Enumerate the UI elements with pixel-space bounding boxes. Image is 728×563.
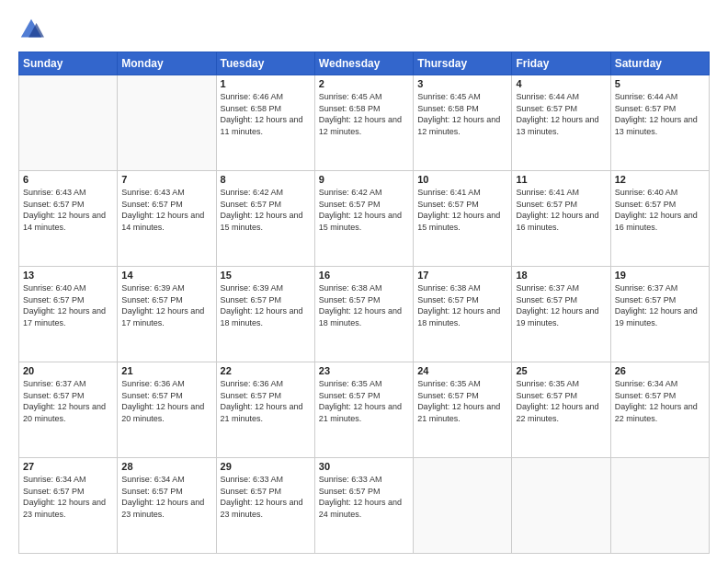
week-row-1: 1Sunrise: 6:46 AM Sunset: 6:58 PM Daylig… xyxy=(19,75,710,171)
day-number: 18 xyxy=(516,270,606,281)
day-number: 1 xyxy=(221,78,311,89)
day-number: 11 xyxy=(516,174,606,185)
day-header-sunday: Sunday xyxy=(19,52,118,75)
day-number: 23 xyxy=(319,365,409,376)
day-cell: 22Sunrise: 6:36 AM Sunset: 6:57 PM Dayli… xyxy=(216,362,314,458)
day-cell: 8Sunrise: 6:42 AM Sunset: 6:57 PM Daylig… xyxy=(216,171,314,267)
day-number: 21 xyxy=(121,365,211,376)
day-cell: 28Sunrise: 6:34 AM Sunset: 6:57 PM Dayli… xyxy=(118,458,216,554)
day-cell: 24Sunrise: 6:35 AM Sunset: 6:57 PM Dayli… xyxy=(414,362,512,458)
day-cell xyxy=(512,458,610,554)
day-number: 6 xyxy=(23,174,113,185)
day-info: Sunrise: 6:35 AM Sunset: 6:57 PM Dayligh… xyxy=(417,378,507,424)
day-number: 14 xyxy=(121,270,211,281)
day-cell: 18Sunrise: 6:37 AM Sunset: 6:57 PM Dayli… xyxy=(512,267,610,362)
day-info: Sunrise: 6:38 AM Sunset: 6:57 PM Dayligh… xyxy=(417,282,507,328)
logo xyxy=(18,17,48,42)
day-number: 28 xyxy=(121,461,211,472)
day-number: 5 xyxy=(615,78,705,89)
day-number: 9 xyxy=(319,174,409,185)
day-number: 29 xyxy=(221,461,311,472)
day-number: 13 xyxy=(23,270,113,281)
calendar-header-row: SundayMondayTuesdayWednesdayThursdayFrid… xyxy=(19,52,710,75)
day-header-thursday: Thursday xyxy=(414,52,512,75)
day-cell: 10Sunrise: 6:41 AM Sunset: 6:57 PM Dayli… xyxy=(414,171,512,267)
day-number: 30 xyxy=(319,461,409,472)
week-row-5: 27Sunrise: 6:34 AM Sunset: 6:57 PM Dayli… xyxy=(19,458,710,554)
day-cell: 16Sunrise: 6:38 AM Sunset: 6:57 PM Dayli… xyxy=(314,267,413,362)
day-cell: 17Sunrise: 6:38 AM Sunset: 6:57 PM Dayli… xyxy=(414,267,512,362)
logo-icon xyxy=(18,17,44,42)
day-info: Sunrise: 6:44 AM Sunset: 6:57 PM Dayligh… xyxy=(516,91,606,137)
day-info: Sunrise: 6:36 AM Sunset: 6:57 PM Dayligh… xyxy=(221,378,311,424)
day-header-tuesday: Tuesday xyxy=(216,52,314,75)
day-info: Sunrise: 6:46 AM Sunset: 6:58 PM Dayligh… xyxy=(221,91,311,137)
day-cell: 5Sunrise: 6:44 AM Sunset: 6:57 PM Daylig… xyxy=(610,75,709,171)
day-number: 16 xyxy=(319,270,409,281)
day-info: Sunrise: 6:45 AM Sunset: 6:58 PM Dayligh… xyxy=(417,91,507,137)
day-info: Sunrise: 6:33 AM Sunset: 6:57 PM Dayligh… xyxy=(319,474,409,520)
calendar-table: SundayMondayTuesdayWednesdayThursdayFrid… xyxy=(18,52,710,554)
day-cell: 20Sunrise: 6:37 AM Sunset: 6:57 PM Dayli… xyxy=(19,362,118,458)
day-info: Sunrise: 6:45 AM Sunset: 6:58 PM Dayligh… xyxy=(319,91,409,137)
day-header-wednesday: Wednesday xyxy=(314,52,413,75)
day-number: 22 xyxy=(221,365,311,376)
day-cell: 14Sunrise: 6:39 AM Sunset: 6:57 PM Dayli… xyxy=(118,267,216,362)
day-cell: 23Sunrise: 6:35 AM Sunset: 6:57 PM Dayli… xyxy=(314,362,413,458)
day-cell: 29Sunrise: 6:33 AM Sunset: 6:57 PM Dayli… xyxy=(216,458,314,554)
day-info: Sunrise: 6:37 AM Sunset: 6:57 PM Dayligh… xyxy=(615,282,705,328)
day-header-saturday: Saturday xyxy=(610,52,709,75)
day-info: Sunrise: 6:35 AM Sunset: 6:57 PM Dayligh… xyxy=(319,378,409,424)
day-cell: 26Sunrise: 6:34 AM Sunset: 6:57 PM Dayli… xyxy=(610,362,709,458)
day-cell: 19Sunrise: 6:37 AM Sunset: 6:57 PM Dayli… xyxy=(610,267,709,362)
day-info: Sunrise: 6:36 AM Sunset: 6:57 PM Dayligh… xyxy=(121,378,211,424)
day-cell xyxy=(610,458,709,554)
day-cell: 11Sunrise: 6:41 AM Sunset: 6:57 PM Dayli… xyxy=(512,171,610,267)
day-info: Sunrise: 6:39 AM Sunset: 6:57 PM Dayligh… xyxy=(121,282,211,328)
day-cell: 30Sunrise: 6:33 AM Sunset: 6:57 PM Dayli… xyxy=(314,458,413,554)
day-number: 17 xyxy=(417,270,507,281)
week-row-4: 20Sunrise: 6:37 AM Sunset: 6:57 PM Dayli… xyxy=(19,362,710,458)
day-cell xyxy=(414,458,512,554)
day-info: Sunrise: 6:41 AM Sunset: 6:57 PM Dayligh… xyxy=(417,187,507,233)
week-row-2: 6Sunrise: 6:43 AM Sunset: 6:57 PM Daylig… xyxy=(19,171,710,267)
day-number: 24 xyxy=(417,365,507,376)
day-info: Sunrise: 6:35 AM Sunset: 6:57 PM Dayligh… xyxy=(516,378,606,424)
day-info: Sunrise: 6:39 AM Sunset: 6:57 PM Dayligh… xyxy=(221,282,311,328)
day-number: 7 xyxy=(121,174,211,185)
day-info: Sunrise: 6:42 AM Sunset: 6:57 PM Dayligh… xyxy=(319,187,409,233)
day-number: 12 xyxy=(615,174,705,185)
day-cell: 6Sunrise: 6:43 AM Sunset: 6:57 PM Daylig… xyxy=(19,171,118,267)
day-header-friday: Friday xyxy=(512,52,610,75)
day-cell: 7Sunrise: 6:43 AM Sunset: 6:57 PM Daylig… xyxy=(118,171,216,267)
day-number: 20 xyxy=(23,365,113,376)
day-info: Sunrise: 6:37 AM Sunset: 6:57 PM Dayligh… xyxy=(516,282,606,328)
day-info: Sunrise: 6:37 AM Sunset: 6:57 PM Dayligh… xyxy=(23,378,113,424)
day-cell: 9Sunrise: 6:42 AM Sunset: 6:57 PM Daylig… xyxy=(314,171,413,267)
day-number: 8 xyxy=(221,174,311,185)
week-row-3: 13Sunrise: 6:40 AM Sunset: 6:57 PM Dayli… xyxy=(19,267,710,362)
day-number: 15 xyxy=(221,270,311,281)
day-cell: 13Sunrise: 6:40 AM Sunset: 6:57 PM Dayli… xyxy=(19,267,118,362)
day-info: Sunrise: 6:44 AM Sunset: 6:57 PM Dayligh… xyxy=(615,91,705,137)
calendar-body: 1Sunrise: 6:46 AM Sunset: 6:58 PM Daylig… xyxy=(19,75,710,554)
day-cell: 4Sunrise: 6:44 AM Sunset: 6:57 PM Daylig… xyxy=(512,75,610,171)
day-info: Sunrise: 6:40 AM Sunset: 6:57 PM Dayligh… xyxy=(23,282,113,328)
day-info: Sunrise: 6:34 AM Sunset: 6:57 PM Dayligh… xyxy=(615,378,705,424)
day-info: Sunrise: 6:38 AM Sunset: 6:57 PM Dayligh… xyxy=(319,282,409,328)
day-cell: 3Sunrise: 6:45 AM Sunset: 6:58 PM Daylig… xyxy=(414,75,512,171)
day-info: Sunrise: 6:40 AM Sunset: 6:57 PM Dayligh… xyxy=(615,187,705,233)
day-cell: 25Sunrise: 6:35 AM Sunset: 6:57 PM Dayli… xyxy=(512,362,610,458)
day-cell: 1Sunrise: 6:46 AM Sunset: 6:58 PM Daylig… xyxy=(216,75,314,171)
day-cell: 21Sunrise: 6:36 AM Sunset: 6:57 PM Dayli… xyxy=(118,362,216,458)
day-cell: 27Sunrise: 6:34 AM Sunset: 6:57 PM Dayli… xyxy=(19,458,118,554)
page: SundayMondayTuesdayWednesdayThursdayFrid… xyxy=(0,0,728,563)
day-info: Sunrise: 6:41 AM Sunset: 6:57 PM Dayligh… xyxy=(516,187,606,233)
day-cell: 15Sunrise: 6:39 AM Sunset: 6:57 PM Dayli… xyxy=(216,267,314,362)
day-number: 19 xyxy=(615,270,705,281)
day-cell xyxy=(19,75,118,171)
day-info: Sunrise: 6:33 AM Sunset: 6:57 PM Dayligh… xyxy=(221,474,311,520)
day-number: 25 xyxy=(516,365,606,376)
day-info: Sunrise: 6:43 AM Sunset: 6:57 PM Dayligh… xyxy=(121,187,211,233)
day-number: 10 xyxy=(417,174,507,185)
